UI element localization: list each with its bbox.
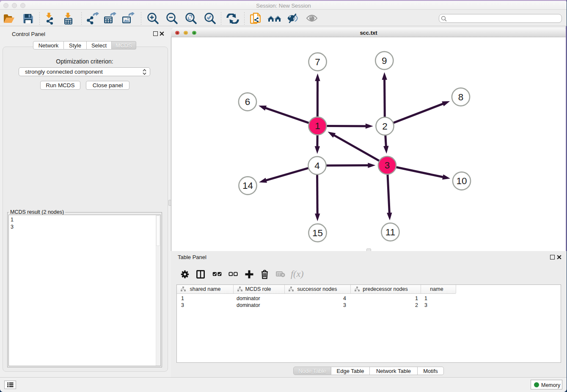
svg-text:8: 8 <box>458 92 464 102</box>
svg-text:1: 1 <box>315 121 320 131</box>
svg-text:2: 2 <box>382 121 388 132</box>
svg-text:6: 6 <box>245 97 250 107</box>
svg-text:9: 9 <box>382 55 387 66</box>
svg-text:10: 10 <box>456 176 467 186</box>
svg-text:7: 7 <box>315 57 320 67</box>
svg-text:15: 15 <box>312 228 323 238</box>
svg-text:11: 11 <box>385 227 395 237</box>
svg-text:4: 4 <box>314 160 320 171</box>
svg-text:14: 14 <box>242 180 253 191</box>
svg-text:3: 3 <box>385 160 390 171</box>
